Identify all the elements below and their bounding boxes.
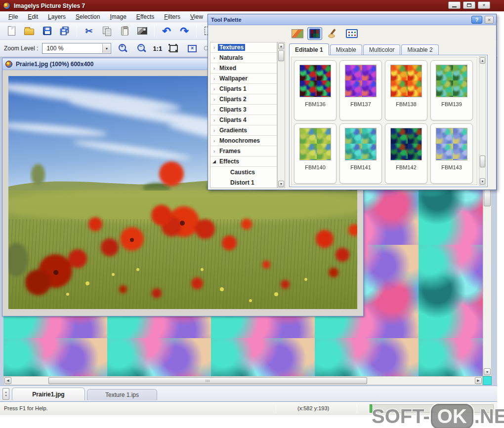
watermark-part1: SOFT-: [372, 405, 430, 428]
watermark-ok: OK: [431, 404, 473, 428]
status-separator: [357, 404, 357, 413]
tree-item-mixed[interactable]: ›Mixed: [210, 63, 277, 74]
tree-item-cliparts-3[interactable]: ›Cliparts 3: [210, 105, 277, 115]
tab-scroller[interactable]: ▴ ▾: [2, 388, 9, 400]
title-bar[interactable]: Imagelys Picture Styles 7 ×: [0, 0, 504, 11]
texture-card[interactable]: FBM137: [339, 60, 382, 120]
minimize-button[interactable]: [448, 1, 461, 9]
paint-brush-icon[interactable]: [325, 27, 340, 40]
tree-scroll-thumb[interactable]: [278, 50, 284, 61]
tree-item-gradients[interactable]: ›Gradients: [210, 125, 277, 136]
tree-item-monochromes[interactable]: ›Monochromes: [210, 136, 277, 146]
toolbar-separator: [77, 25, 77, 37]
menu-item-image[interactable]: Image: [105, 12, 130, 21]
palette-grid-icon[interactable]: [307, 27, 322, 40]
tree-item-naturals[interactable]: ›Naturals: [210, 53, 277, 63]
tool-palette-titlebar[interactable]: Tool Palette ? ×: [208, 14, 496, 25]
palette-toolbar: [208, 25, 496, 41]
thumbnail-grid: FBM136 FBM137 FBM138 FBM139 FBM140 FBM14…: [291, 57, 477, 185]
vertical-scroll-thumb[interactable]: [484, 190, 491, 206]
texture-tabs: Editable 1 Mixable Multicolor Mixable 2: [289, 43, 439, 55]
open-icon[interactable]: [22, 24, 37, 38]
document-tab-bar: ▴ ▾ Prairie1.jpg Texture 1.ips: [0, 386, 497, 401]
tree-scroll-up-icon[interactable]: ▲: [278, 43, 284, 49]
image-window-title: Prairie1.jpg (100%) 600x400: [16, 61, 93, 68]
save-all-icon[interactable]: [57, 24, 72, 38]
thumbnail-scrollbar[interactable]: ▲ ▼: [479, 56, 486, 186]
menu-item-edit[interactable]: Edit: [23, 12, 42, 21]
texture-card[interactable]: FBM140: [294, 123, 336, 184]
scroll-down-icon[interactable]: ▼: [484, 368, 491, 375]
tree-scroll-down-icon[interactable]: ▼: [278, 181, 284, 187]
menu-item-filters[interactable]: Filters: [160, 12, 185, 21]
palette-close-button[interactable]: ×: [485, 16, 494, 24]
tab-scroll-up-icon[interactable]: ▴: [5, 390, 6, 394]
close-button[interactable]: ×: [478, 1, 490, 9]
thumbnail-panel: FBM136 FBM137 FBM138 FBM139 FBM140 FBM14…: [289, 55, 488, 187]
tree-item-cliparts-2[interactable]: ›Cliparts 2: [210, 94, 277, 105]
zoom-out-icon[interactable]: −: [134, 41, 149, 55]
maximize-button[interactable]: [463, 1, 475, 9]
tab-editable-1[interactable]: Editable 1: [289, 43, 329, 55]
status-separator: [276, 404, 276, 413]
texture-image-icon[interactable]: [290, 27, 305, 40]
category-tree: ›Textures ›Naturals ›Mixed ›Wallpaper ›C…: [210, 42, 277, 188]
tree-item-wallpaper[interactable]: ›Wallpaper: [210, 74, 277, 84]
tab-scroll-down-icon[interactable]: ▾: [5, 394, 6, 397]
horizontal-scroll-thumb[interactable]: III: [48, 377, 367, 384]
thumb-scroll-up-icon[interactable]: ▲: [480, 57, 485, 64]
texture-card[interactable]: FBM139: [430, 60, 473, 120]
tool-palette-title: Tool Palette: [211, 17, 242, 23]
tree-item-caustics[interactable]: Caustics: [210, 167, 277, 177]
image-icon[interactable]: [135, 24, 150, 38]
new-icon[interactable]: [4, 24, 19, 38]
tree-item-frames[interactable]: ›Frames: [210, 146, 277, 156]
texture-card[interactable]: FBM143: [430, 123, 473, 184]
menu-item-effects[interactable]: Effects: [132, 12, 159, 21]
app-title: Imagelys Picture Styles 7: [14, 2, 85, 9]
zoom-in-icon[interactable]: +: [115, 41, 130, 55]
horizontal-scrollbar[interactable]: ◀ III ▶: [3, 376, 483, 385]
tree-scrollbar[interactable]: ▲ ▼: [277, 42, 285, 188]
scrollbar-corner: [483, 376, 492, 385]
copy-icon[interactable]: [99, 24, 114, 38]
chevron-down-icon[interactable]: ▼: [102, 44, 110, 53]
tree-item-cliparts-4[interactable]: ›Cliparts 4: [210, 115, 277, 125]
tab-mixable[interactable]: Mixable: [330, 44, 362, 55]
thumb-scroll-down-icon[interactable]: ▼: [480, 178, 485, 185]
texture-card[interactable]: FBM136: [294, 60, 336, 120]
thumb-scroll-thumb[interactable]: [480, 156, 485, 167]
cut-icon[interactable]: ✂: [82, 24, 96, 38]
redo-icon[interactable]: ↷: [177, 24, 192, 38]
tree-item-textures[interactable]: ›Textures: [210, 42, 277, 53]
undo-icon[interactable]: ↶: [159, 24, 174, 38]
texture-card[interactable]: FBM141: [339, 123, 382, 184]
document-tab-texture[interactable]: Texture 1.ips: [87, 389, 157, 400]
tool-palette-window[interactable]: Tool Palette ? × ›Textures ›Naturals ›Mi…: [208, 14, 497, 190]
paste-icon[interactable]: [117, 24, 132, 38]
menu-item-selection[interactable]: Selection: [71, 12, 104, 21]
save-icon[interactable]: [40, 24, 54, 38]
menu-item-view[interactable]: View: [186, 12, 208, 21]
tree-item-distort-1[interactable]: Distort 1: [210, 177, 277, 188]
menu-item-file[interactable]: File: [4, 12, 22, 21]
zoom-level-combo[interactable]: 100 % ▼: [42, 43, 111, 54]
tab-mixable-2[interactable]: Mixable 2: [401, 44, 438, 55]
export-icon[interactable]: ×: [185, 41, 200, 55]
tab-multicolor[interactable]: Multicolor: [363, 44, 400, 55]
actual-size-button[interactable]: 1:1: [153, 45, 162, 52]
toolbar-separator: [154, 25, 155, 37]
zoom-level-value: 100 %: [42, 45, 63, 52]
document-tab-prairie[interactable]: Prairie1.jpg: [12, 388, 85, 400]
texture-card[interactable]: FBM142: [385, 123, 427, 184]
texture-card[interactable]: FBM138: [385, 60, 427, 120]
color-grid-icon[interactable]: [344, 27, 359, 40]
scroll-left-icon[interactable]: ◀: [4, 377, 11, 384]
tree-item-effects[interactable]: ◢Effects: [210, 156, 277, 167]
help-button[interactable]: ?: [471, 16, 482, 24]
crop-icon[interactable]: [166, 41, 181, 55]
scroll-right-icon[interactable]: ▶: [475, 377, 482, 384]
window-controls: ×: [448, 1, 490, 9]
menu-item-layers[interactable]: Layers: [43, 12, 70, 21]
tree-item-cliparts-1[interactable]: ›Cliparts 1: [210, 84, 277, 94]
